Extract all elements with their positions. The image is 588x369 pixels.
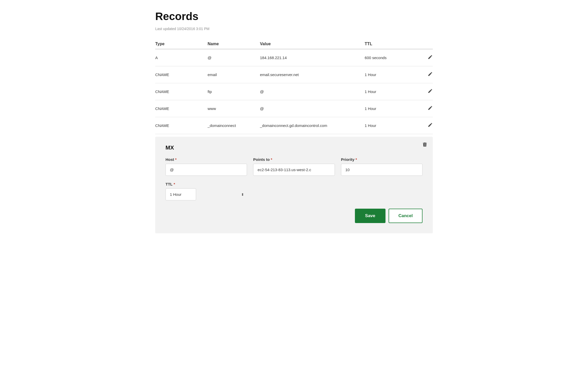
records-table: Type Name Value TTL A @ 184.168.221.14 6… <box>155 39 433 134</box>
table-row: CNAME www @ 1 Hour <box>155 100 433 117</box>
cell-type: CNAME <box>155 66 208 83</box>
cell-value: _domainconnect.gd.domaincontrol.com <box>260 117 365 134</box>
last-updated-text: Last updated 10/24/2016 3:01 PM <box>155 27 433 31</box>
cell-type: CNAME <box>155 83 208 100</box>
host-group: Host* <box>166 157 247 176</box>
priority-group: Priority* <box>341 157 422 176</box>
cell-type: CNAME <box>155 100 208 117</box>
edit-icon[interactable] <box>428 71 433 78</box>
col-header-ttl: TTL <box>365 39 417 49</box>
col-header-value: Value <box>260 39 365 49</box>
page-title: Records <box>155 10 433 23</box>
cell-ttl: 1 Hour <box>365 83 417 100</box>
cell-name: ftp <box>208 83 260 100</box>
cell-action <box>417 117 433 134</box>
cell-type: CNAME <box>155 117 208 134</box>
cell-ttl: 1 Hour <box>365 100 417 117</box>
points-to-group: Points to* <box>253 157 335 176</box>
priority-label: Priority* <box>341 157 422 162</box>
edit-icon[interactable] <box>428 88 433 95</box>
priority-input[interactable] <box>341 164 422 176</box>
mx-form-row-1: Host* Points to* Priority* <box>166 157 422 176</box>
cell-value: 184.168.221.14 <box>260 49 365 66</box>
cell-action <box>417 66 433 83</box>
cell-value: @ <box>260 83 365 100</box>
action-row: Save Cancel <box>166 209 422 223</box>
ttl-label: TTL* <box>166 182 248 186</box>
col-header-type: Type <box>155 39 208 49</box>
delete-button[interactable] <box>422 142 428 149</box>
table-row: CNAME email email.secureserver.net 1 Hou… <box>155 66 433 83</box>
table-row: CNAME _domainconnect _domainconnect.gd.d… <box>155 117 433 134</box>
cancel-button[interactable]: Cancel <box>389 209 422 223</box>
points-to-input[interactable] <box>253 164 335 176</box>
cell-action <box>417 83 433 100</box>
ttl-group: TTL* 1/2 Hour1 Hour2 Hours6 Hours12 Hour… <box>166 182 248 200</box>
ttl-select-wrapper: 1/2 Hour1 Hour2 Hours6 Hours12 Hours1 Da… <box>166 188 248 200</box>
cell-name: _domainconnect <box>208 117 260 134</box>
cell-ttl: 1 Hour <box>365 117 417 134</box>
mx-panel-title: MX <box>166 144 422 151</box>
cell-name: @ <box>208 49 260 66</box>
cell-name: email <box>208 66 260 83</box>
table-row: A @ 184.168.221.14 600 seconds <box>155 49 433 66</box>
save-button[interactable]: Save <box>355 209 386 223</box>
cell-action <box>417 100 433 117</box>
cell-value: @ <box>260 100 365 117</box>
host-label: Host* <box>166 157 247 162</box>
host-input[interactable] <box>166 164 247 176</box>
cell-name: www <box>208 100 260 117</box>
edit-icon[interactable] <box>428 54 433 61</box>
mx-form-row-2: TTL* 1/2 Hour1 Hour2 Hours6 Hours12 Hour… <box>166 182 422 200</box>
mx-panel: MX Host* Points to* Priority* <box>155 137 433 233</box>
edit-icon[interactable] <box>428 105 433 112</box>
cell-type: A <box>155 49 208 66</box>
ttl-select[interactable]: 1/2 Hour1 Hour2 Hours6 Hours12 Hours1 Da… <box>166 188 196 200</box>
cell-value: email.secureserver.net <box>260 66 365 83</box>
cell-action <box>417 49 433 66</box>
table-row: CNAME ftp @ 1 Hour <box>155 83 433 100</box>
col-header-name: Name <box>208 39 260 49</box>
points-to-label: Points to* <box>253 157 335 162</box>
cell-ttl: 1 Hour <box>365 66 417 83</box>
cell-ttl: 600 seconds <box>365 49 417 66</box>
edit-icon[interactable] <box>428 122 433 129</box>
col-header-action <box>417 39 433 49</box>
